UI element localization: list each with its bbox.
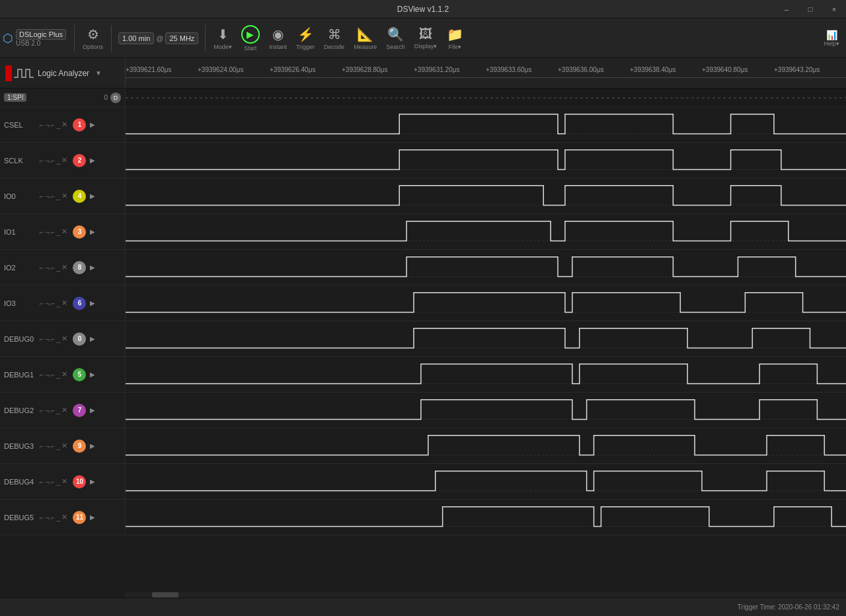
ctrl-fall[interactable]: ¬ <box>45 228 49 236</box>
channel-badge[interactable]: 7 <box>73 404 86 417</box>
ctrl-dash[interactable]: _ <box>56 264 60 272</box>
channel-badge[interactable]: 10 <box>73 475 86 488</box>
maximize-button[interactable]: □ <box>798 0 822 19</box>
channel-expand-arrow[interactable]: ▶ <box>90 406 95 414</box>
channel-badge[interactable]: 11 <box>73 511 86 524</box>
ctrl-rise[interactable]: ⌐ <box>40 157 44 165</box>
ctrl-both[interactable]: ⌐ <box>51 371 55 379</box>
channel-expand-arrow[interactable]: ▶ <box>90 228 95 235</box>
close-button[interactable]: × <box>822 0 846 19</box>
channel-badge[interactable]: 4 <box>73 190 86 203</box>
ctrl-dash[interactable]: _ <box>56 192 60 200</box>
ctrl-fall[interactable]: ¬ <box>45 121 49 129</box>
channel-expand-arrow[interactable]: ▶ <box>90 442 95 449</box>
ctrl-fall[interactable]: ¬ <box>45 478 49 486</box>
channel-expand-arrow[interactable]: ▶ <box>90 478 95 485</box>
channel-expand-arrow[interactable]: ▶ <box>90 264 95 271</box>
ctrl-fall[interactable]: ¬ <box>45 442 49 450</box>
ctrl-rise[interactable]: ⌐ <box>40 406 44 414</box>
ctrl-fall[interactable]: ¬ <box>45 264 49 272</box>
ctrl-x[interactable]: ✕ <box>61 334 67 343</box>
ctrl-dash[interactable]: _ <box>56 478 60 486</box>
device-selector[interactable]: ⬡ DSLogic Plus USB 2.0 <box>3 29 66 47</box>
ctrl-dash[interactable]: _ <box>56 157 60 165</box>
file-button[interactable]: 📁 File▾ <box>442 24 467 52</box>
download-button[interactable]: ⬇ Mode▾ <box>210 24 236 52</box>
channel-badge[interactable]: 3 <box>73 225 86 239</box>
channel-expand-arrow[interactable]: ▶ <box>90 335 95 342</box>
trigger-button[interactable]: ⚡ Trigger <box>292 24 319 52</box>
ctrl-x[interactable]: ✕ <box>61 263 67 272</box>
search-button[interactable]: 🔍 Search <box>382 24 409 52</box>
ctrl-rise[interactable]: ⌐ <box>40 121 44 129</box>
ctrl-rise[interactable]: ⌐ <box>40 335 44 343</box>
ctrl-x[interactable]: ✕ <box>61 442 67 450</box>
ctrl-x[interactable]: ✕ <box>61 299 67 307</box>
channel-expand-arrow[interactable]: ▶ <box>90 121 95 128</box>
channel-expand-arrow[interactable]: ▶ <box>90 371 95 378</box>
ctrl-both[interactable]: ⌐ <box>51 192 55 200</box>
display-button[interactable]: 🖼 Display▾ <box>410 24 442 52</box>
device-name-dropdown[interactable]: DSLogic Plus <box>16 29 66 40</box>
la-chevron-icon[interactable]: ▼ <box>95 69 102 77</box>
channel-badge[interactable]: 8 <box>73 261 86 274</box>
ctrl-both[interactable]: ⌐ <box>51 406 55 414</box>
ctrl-both[interactable]: ⌐ <box>51 335 55 343</box>
ctrl-fall[interactable]: ¬ <box>45 514 49 521</box>
minimize-button[interactable]: – <box>775 0 798 19</box>
ctrl-fall[interactable]: ¬ <box>45 299 49 307</box>
channel-badge[interactable]: 1 <box>73 118 86 132</box>
instant-button[interactable]: ◉ Instant <box>265 24 291 52</box>
channel-badge[interactable]: 2 <box>73 154 86 167</box>
ctrl-x[interactable]: ✕ <box>61 227 67 236</box>
horizontal-scrollbar[interactable] <box>126 592 846 597</box>
ctrl-dash[interactable]: _ <box>56 228 60 236</box>
measure-button[interactable]: 📐 Measure <box>350 24 381 52</box>
freq-dropdown[interactable]: 25 MHz <box>165 32 198 44</box>
channel-badge[interactable]: 5 <box>73 368 86 381</box>
channel-badge[interactable]: 0 <box>73 332 86 346</box>
ctrl-fall[interactable]: ¬ <box>45 406 49 414</box>
ctrl-rise[interactable]: ⌐ <box>40 371 44 379</box>
ctrl-dash[interactable]: _ <box>56 335 60 343</box>
ctrl-dash[interactable]: _ <box>56 299 60 307</box>
start-button[interactable]: ▶ Start <box>237 23 264 54</box>
decode-button[interactable]: ⌘ Decode <box>320 24 348 52</box>
ctrl-x[interactable]: ✕ <box>61 406 67 414</box>
scrollbar-thumb[interactable] <box>152 592 178 597</box>
ctrl-rise[interactable]: ⌐ <box>40 442 44 450</box>
channel-expand-arrow[interactable]: ▶ <box>90 192 95 200</box>
ctrl-dash[interactable]: _ <box>56 371 60 379</box>
ctrl-x[interactable]: ✕ <box>61 370 67 379</box>
channel-expand-arrow[interactable]: ▶ <box>90 514 95 521</box>
ctrl-rise[interactable]: ⌐ <box>40 514 44 521</box>
ctrl-dash[interactable]: _ <box>56 121 60 129</box>
ctrl-both[interactable]: ⌐ <box>51 478 55 486</box>
channel-expand-arrow[interactable]: ▶ <box>90 299 95 307</box>
ctrl-both[interactable]: ⌐ <box>51 442 55 450</box>
ctrl-both[interactable]: ⌐ <box>51 299 55 307</box>
ctrl-x[interactable]: ✕ <box>61 120 67 129</box>
ctrl-both[interactable]: ⌐ <box>51 121 55 129</box>
channel-badge[interactable]: 6 <box>73 297 86 310</box>
channel-badge[interactable]: 9 <box>73 440 86 453</box>
ctrl-rise[interactable]: ⌐ <box>40 264 44 272</box>
ctrl-both[interactable]: ⌐ <box>51 514 55 521</box>
ctrl-rise[interactable]: ⌐ <box>40 192 44 200</box>
ctrl-fall[interactable]: ¬ <box>45 371 49 379</box>
ctrl-x[interactable]: ✕ <box>61 192 67 200</box>
ctrl-both[interactable]: ⌐ <box>51 228 55 236</box>
channel-expand-arrow[interactable]: ▶ <box>90 157 95 164</box>
ctrl-x[interactable]: ✕ <box>61 477 67 486</box>
ctrl-x[interactable]: ✕ <box>61 156 67 165</box>
options-button[interactable]: ⚙ Options <box>79 24 107 52</box>
ctrl-fall[interactable]: ¬ <box>45 192 49 200</box>
help-button[interactable]: 📊 Help▾ <box>820 28 843 49</box>
ctrl-dash[interactable]: _ <box>56 442 60 450</box>
ctrl-rise[interactable]: ⌐ <box>40 478 44 486</box>
ctrl-rise[interactable]: ⌐ <box>40 299 44 307</box>
ctrl-dash[interactable]: _ <box>56 406 60 414</box>
ctrl-fall[interactable]: ¬ <box>45 335 49 343</box>
time-dropdown[interactable]: 1.00 min <box>118 32 154 44</box>
ctrl-dash[interactable]: _ <box>56 514 60 521</box>
